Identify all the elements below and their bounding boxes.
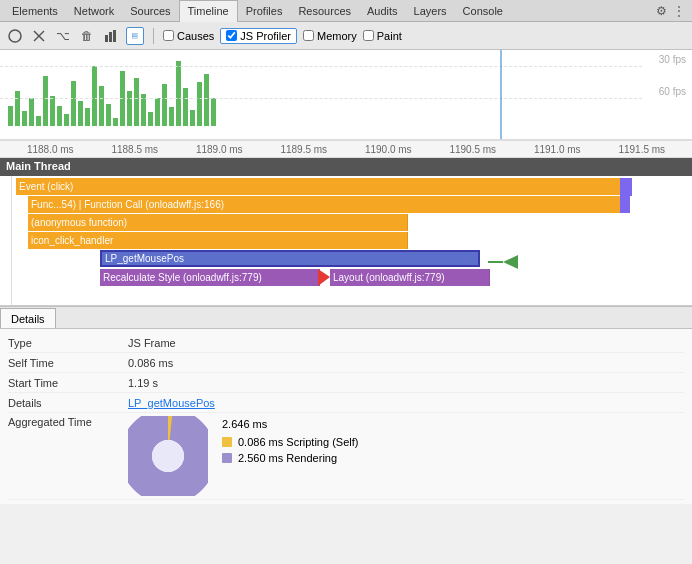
- bar: [106, 104, 111, 126]
- recalc-style-block[interactable]: Recalculate Style (onloadwff.js:779): [100, 269, 320, 286]
- js-profiler-input[interactable]: [226, 30, 237, 41]
- arrow-indicator: [488, 255, 518, 271]
- bar: [64, 114, 69, 126]
- bar: [15, 91, 20, 126]
- bar: [169, 107, 174, 126]
- record-button[interactable]: [6, 27, 24, 45]
- main-thread-header: Main Thread: [0, 158, 692, 176]
- svg-rect-6: [132, 33, 137, 34]
- barchart-icon[interactable]: [102, 27, 120, 45]
- bar: [99, 86, 104, 126]
- svg-point-0: [9, 30, 21, 42]
- pie-legend: 2.646 ms 0.086 ms Scripting (Self) 2.560…: [222, 416, 358, 464]
- bar: [78, 101, 83, 126]
- bar: [92, 66, 97, 126]
- clear-button[interactable]: [30, 27, 48, 45]
- tab-timeline[interactable]: Timeline: [179, 0, 238, 22]
- event-blue-tail: [620, 178, 632, 196]
- bar: [190, 110, 195, 126]
- bar: [50, 96, 55, 126]
- bar: [8, 106, 13, 126]
- total-time-value: 2.646 ms: [222, 418, 358, 430]
- bar: [127, 91, 132, 126]
- start-time-label: Start Time: [8, 377, 128, 389]
- causes-input[interactable]: [163, 30, 174, 41]
- svg-rect-5: [113, 30, 116, 42]
- bar: [36, 116, 41, 126]
- tab-sources[interactable]: Sources: [122, 0, 178, 22]
- bar: [43, 76, 48, 126]
- icon-handler-block[interactable]: icon_click_handler: [28, 232, 408, 249]
- left-bar: [8, 176, 12, 305]
- svg-marker-11: [318, 269, 330, 286]
- paint-checkbox[interactable]: Paint: [363, 30, 402, 42]
- flamechart-icon[interactable]: [126, 27, 144, 45]
- bar: [113, 118, 118, 126]
- tab-resources[interactable]: Resources: [290, 0, 359, 22]
- bar: [85, 108, 90, 126]
- rendering-legend: 2.560 ms Rendering: [222, 452, 358, 464]
- nav-tabs: Elements Network Sources Timeline Profil…: [0, 0, 692, 22]
- tab-layers[interactable]: Layers: [406, 0, 455, 22]
- red-arrow: [318, 269, 330, 288]
- event-click-block[interactable]: Event (click): [16, 178, 632, 195]
- paint-label: Paint: [377, 30, 402, 42]
- bar: [204, 74, 209, 126]
- type-row: Type JS Frame: [8, 333, 684, 353]
- tab-elements[interactable]: Elements: [4, 0, 66, 22]
- causes-label: Causes: [177, 30, 214, 42]
- tab-console[interactable]: Console: [455, 0, 511, 22]
- type-value: JS Frame: [128, 337, 176, 349]
- memory-label: Memory: [317, 30, 357, 42]
- time-ruler: 1188.0 ms 1188.5 ms 1189.0 ms 1189.5 ms …: [0, 140, 692, 158]
- bar: [134, 78, 139, 126]
- fps-30-label: 30 fps: [659, 54, 686, 65]
- bar: [211, 98, 216, 126]
- anon-block[interactable]: (anonymous function): [28, 214, 408, 231]
- layout-block[interactable]: Layout (onloadwff.js:779): [330, 269, 490, 286]
- bar: [71, 81, 76, 126]
- bar: [197, 82, 202, 126]
- js-profiler-checkbox[interactable]: JS Profiler: [220, 28, 297, 44]
- scripting-value: 0.086 ms Scripting (Self): [238, 436, 358, 448]
- trash-icon[interactable]: 🗑: [78, 27, 96, 45]
- details-tabs: Details: [0, 307, 692, 329]
- memory-input[interactable]: [303, 30, 314, 41]
- lp-getmousepos-block[interactable]: LP_getMousePos: [100, 250, 480, 267]
- filter-icon[interactable]: ⌥: [54, 27, 72, 45]
- causes-checkbox[interactable]: Causes: [163, 30, 214, 42]
- lp-getmousepos-link[interactable]: LP_getMousePos: [128, 397, 215, 409]
- aggregated-section: 2.646 ms 0.086 ms Scripting (Self) 2.560…: [128, 416, 358, 496]
- selection-indicator: [500, 50, 502, 139]
- self-time-value: 0.086 ms: [128, 357, 173, 369]
- main-thread-label: Main Thread: [6, 160, 71, 172]
- func-call-block[interactable]: Func...54) | Function Call (onloadwff.js…: [28, 196, 630, 213]
- tab-network[interactable]: Network: [66, 0, 122, 22]
- rendering-dot: [222, 453, 232, 463]
- start-time-value: 1.19 s: [128, 377, 158, 389]
- start-time-row: Start Time 1.19 s: [8, 373, 684, 393]
- rendering-value: 2.560 ms Rendering: [238, 452, 337, 464]
- type-label: Type: [8, 337, 128, 349]
- timeline-bars: [0, 50, 692, 130]
- svg-marker-9: [503, 255, 518, 269]
- pie-chart: [128, 416, 208, 496]
- tab-profiles[interactable]: Profiles: [238, 0, 291, 22]
- more-icon[interactable]: ⋮: [670, 2, 688, 20]
- memory-checkbox[interactable]: Memory: [303, 30, 357, 42]
- details-tab[interactable]: Details: [0, 308, 56, 328]
- bar: [176, 61, 181, 126]
- bar: [183, 88, 188, 126]
- details-link-row: Details LP_getMousePos: [8, 393, 684, 413]
- bar: [155, 98, 160, 126]
- func-blue-tail: [620, 196, 630, 213]
- time-0: 1188.0 ms: [8, 144, 93, 155]
- time-4: 1190.0 ms: [346, 144, 431, 155]
- paint-input[interactable]: [363, 30, 374, 41]
- details-panel: Details Type JS Frame Self Time 0.086 ms…: [0, 306, 692, 504]
- bar: [29, 98, 34, 126]
- tab-audits[interactable]: Audits: [359, 0, 406, 22]
- separator-1: [153, 28, 154, 44]
- bar: [22, 111, 27, 126]
- settings-icon[interactable]: ⚙: [652, 2, 670, 20]
